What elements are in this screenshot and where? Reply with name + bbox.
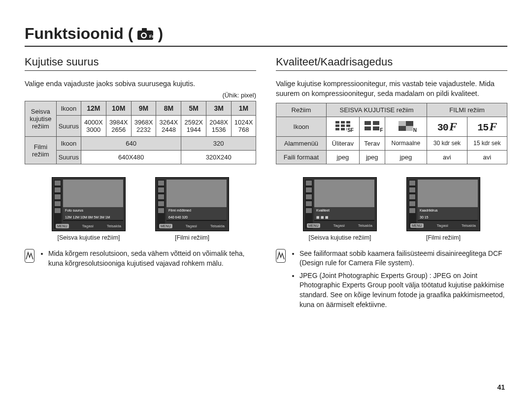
size-icon-5m: 5M — [181, 101, 206, 116]
submenu-3: 30 kdr sek — [427, 136, 467, 150]
submenu-0: Üliterav — [326, 136, 359, 150]
size-label: Suurus — [56, 116, 81, 137]
size-val-3: 3264X 2448 — [156, 116, 181, 137]
movie-size-320: 320X240 — [181, 151, 256, 164]
movie-size-label: Suurus — [56, 151, 81, 164]
size-val-1: 3984X 2656 — [106, 116, 131, 137]
size-val-6: 1024X 768 — [232, 116, 256, 137]
still-mode-label: Seisva kujutise režiim — [25, 101, 57, 137]
movie-size-640: 640X480 — [81, 151, 181, 164]
format-3: avi — [427, 150, 467, 164]
left-note: Mida kõrgem resolutsioon, seda vähem võt… — [25, 249, 256, 271]
svg-text:Fn: Fn — [149, 34, 154, 39]
size-icon-10m: 10M — [106, 101, 131, 116]
submenu-4: 15 kdr sek — [467, 136, 507, 150]
right-intro: Valige kujutise kompressioonitegur, mis … — [276, 79, 507, 99]
frame-icon-30: 30F — [427, 117, 467, 136]
svg-point-3 — [142, 33, 146, 37]
page-title-suffix: ) — [158, 25, 163, 43]
camera-fn-icon: Fn — [137, 28, 154, 40]
submenu-label: Alammenüü — [276, 136, 327, 150]
movie-mode-label: Filmi režiim — [25, 137, 57, 164]
left-thumbnails: Foto suurus 12M 12M 10M 8M 5M 3M 1M MENU… — [25, 177, 256, 241]
note-icon — [25, 249, 34, 263]
lcd-quality-still: Kvaliteet ▦ ▦ ▦ MENU Tagasi Teisalda — [303, 177, 377, 231]
format-4: avi — [467, 150, 507, 164]
lcd-still: Foto suurus 12M 12M 10M 8M 5M 3M 1M MENU… — [52, 177, 126, 231]
quality-table: Režiim SEISVA KUJUTISE režiim FILMI reži… — [276, 103, 507, 164]
size-icon-12m: 12M — [81, 101, 106, 116]
format-2: jpeg — [385, 150, 427, 164]
size-icon-3m: 3M — [206, 101, 232, 116]
right-section-title: Kvaliteet/Kaadrisagedus — [276, 56, 507, 71]
frame-icon-15: 15F — [467, 117, 507, 136]
thumb-q-movie-caption: [Filmi režiim] — [426, 234, 461, 241]
movie-icon-label: Ikoon — [56, 137, 81, 151]
thumb-still-caption: [Seisva kujutise režiim] — [57, 234, 120, 241]
format-label: Faili formaat — [276, 150, 327, 164]
page-title-text: Funktsioonid ( — [25, 25, 133, 43]
submenu-1: Terav — [359, 136, 385, 150]
quality-icon-f: F — [359, 117, 385, 136]
right-thumbnails: Kvaliteet ▦ ▦ ▦ MENU Tagasi Teisalda [Se… — [276, 177, 507, 241]
thumb-quality-still: Kvaliteet ▦ ▦ ▦ MENU Tagasi Teisalda [Se… — [303, 177, 377, 241]
image-size-table: Seisva kujutise režiim Ikoon 12M 10M 9M … — [25, 101, 256, 164]
lcd-quality-movie: Kaadrikiirus 30 15 MENU Tagasi Teisalda — [406, 177, 480, 231]
size-val-5: 2048X 1536 — [206, 116, 232, 137]
right-column: Kvaliteet/Kaadrisagedus Valige kujutise … — [276, 56, 507, 312]
lcd-movie: Filmi mõõtmed 640 640 320 MENU Tagasi Te… — [155, 177, 229, 231]
size-icon-9m: 9M — [131, 101, 156, 116]
thumb-still: Foto suurus 12M 12M 10M 8M 5M 3M 1M MENU… — [52, 177, 126, 241]
still-mode-header: SEISVA KUJUTISE režiim — [326, 103, 427, 117]
right-note-item-0: See failiformaat sobib kaamera failisüst… — [299, 249, 507, 268]
unit-label: (Ühik: pixel) — [25, 92, 256, 99]
size-val-2: 3968X 2232 — [131, 116, 156, 137]
size-icon-1m: 1M — [232, 101, 256, 116]
format-0: jpeg — [326, 150, 359, 164]
icon-label: Ikoon — [56, 101, 81, 116]
thumb-quality-movie: Kaadrikiirus 30 15 MENU Tagasi Teisalda … — [406, 177, 480, 241]
quality-icon-sf: SF — [326, 117, 359, 136]
page-title: Funktsioonid ( Fn ) — [25, 25, 507, 47]
format-1: jpeg — [359, 150, 385, 164]
icon-row-label: Ikoon — [276, 117, 327, 136]
submenu-2: Normaalne — [385, 136, 427, 150]
note-icon — [276, 249, 286, 263]
right-note: See failiformaat sobib kaamera failisüst… — [276, 249, 507, 313]
thumb-q-still-caption: [Seisva kujutise režiim] — [308, 234, 371, 241]
right-note-item-1: JPEG (Joint Photographic Experts Group) … — [299, 271, 507, 309]
quality-icon-n: N — [385, 117, 427, 136]
size-val-4: 2592X 1944 — [181, 116, 206, 137]
svg-rect-1 — [142, 28, 147, 31]
page-number: 41 — [497, 383, 505, 391]
movie-icon-320: 320 — [181, 137, 256, 151]
left-column: Kujutise suurus Valige enda vajaduste ja… — [25, 56, 256, 312]
left-note-item-0: Mida kõrgem resolutsioon, seda vähem võt… — [48, 249, 256, 268]
size-val-0: 4000X 3000 — [81, 116, 106, 137]
left-intro: Valige enda vajaduste jaoks sobiva suuru… — [25, 79, 256, 89]
size-icon-8m: 8M — [156, 101, 181, 116]
thumb-movie-caption: [Filmi režiim] — [175, 234, 209, 241]
movie-mode-header: FILMI režiim — [427, 103, 507, 117]
movie-icon-640: 640 — [81, 137, 181, 151]
left-section-title: Kujutise suurus — [25, 56, 256, 71]
thumb-movie: Filmi mõõtmed 640 640 320 MENU Tagasi Te… — [155, 177, 229, 241]
mode-label: Režiim — [276, 103, 327, 117]
